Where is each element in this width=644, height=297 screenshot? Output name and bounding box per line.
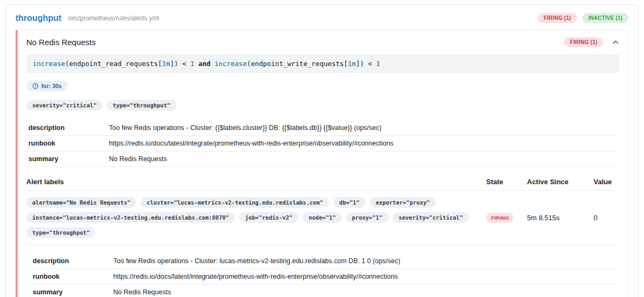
rule-annotations-table: descriptionToo few Redis operations - Cl… [26,120,619,167]
expression-token: ]) [170,60,178,68]
annotation-row: summaryNo Redis Requests [31,285,619,297]
annotation-row: descriptionToo few Redis operations - Cl… [31,253,619,269]
label-chip: db="1" [333,197,365,208]
rules-alerts-page: throughput /etc/prometheus/rules/alerts.… [5,4,639,297]
annotation-key: description [26,120,107,136]
annotation-value: Too few Redis operations - Cluster: luca… [111,253,619,269]
label-chip: severity="critical" [26,100,103,111]
annotation-row: runbookhttps://redis.io/docs/latest/inte… [31,269,619,285]
expression-token: 1 [191,60,195,68]
label-chip: instance="lucas-metrics-v2-testing.edu.r… [26,212,235,223]
alert-card-no-redis-requests: No Redis Requests FIRING (1) increase(en… [16,30,628,297]
group-inactive-count-badge: INACTIVE (1) [582,13,628,23]
group-firing-count-badge: FIRING (1) [538,13,577,23]
annotation-key: description [31,253,111,269]
alert-name: No Redis Requests [26,38,96,47]
alert-expression[interactable]: increase(endpoint_read_requests[1m]) < 1… [26,54,619,73]
alert-instance-labels: alertname="No Redis Requests"cluster="lu… [26,197,479,238]
expression-token: 1m [348,60,356,68]
annotation-row: summaryNo Redis Requests [26,151,619,167]
alert-labels-title: Alert labels [26,178,479,186]
alert-card-body: increase(endpoint_read_requests[1m]) < 1… [18,54,628,297]
rule-labels: severity="critical"type="throughput" [26,100,619,111]
annotation-key: summary [31,285,111,297]
rule-group-name-link[interactable]: throughput [16,13,61,23]
label-chip: type="throughput" [26,227,96,238]
chevron-up-icon[interactable] [612,39,619,46]
rule-group-file-path: /etc/prometheus/rules/alerts.yml [68,15,159,22]
alert-instance-row: alertname="No Redis Requests"cluster="lu… [26,191,619,245]
alert-labels-header-row: Alert labels State Active Since Value [26,178,619,191]
instance-value: 0 [594,214,619,222]
label-chip: type="throughput" [107,100,176,111]
column-header-active-since: Active Since [527,178,586,186]
annotation-key: summary [26,151,107,167]
label-chip: exporter="proxy" [370,197,436,208]
rule-group-header: throughput /etc/prometheus/rules/alerts.… [6,5,638,30]
label-chip: node="1" [303,212,342,223]
instance-active-since: 5m 8.515s [527,214,586,222]
annotation-value: https://redis.io/docs/latest/integrate/p… [107,136,619,151]
label-chip: severity="critical" [393,212,469,223]
for-duration-badge: for: 30s [26,81,68,91]
clock-icon [32,83,39,89]
expression-token: (endpoint_write_requests[ [247,60,348,68]
instance-annotations-table: descriptionToo few Redis operations - Cl… [31,253,619,297]
column-header-state: State [486,178,519,186]
expression-token: 1m [162,60,170,68]
expression-token: increase [33,60,65,68]
expression-token: (endpoint_read_requests[ [65,60,162,68]
label-chip: cluster="lucas-metrics-v2-testing.edu.re… [141,197,329,208]
annotation-value: No Redis Requests [111,285,619,297]
annotation-key: runbook [31,269,111,285]
alert-card-header[interactable]: No Redis Requests FIRING (1) [18,30,628,54]
for-duration-label: for: 30s [41,83,62,89]
annotation-value: https://redis.io/docs/latest/integrate/p… [111,269,619,285]
label-chip: alertname="No Redis Requests" [26,197,136,208]
annotation-value: Too few Redis operations - Cluster: {{$l… [107,120,619,136]
annotation-key: runbook [26,136,107,151]
expression-token: and [194,60,215,68]
label-chip: job="redis-v2" [239,212,299,223]
expression-token: increase [215,60,247,68]
annotation-row: runbookhttps://redis.io/docs/latest/inte… [26,136,619,151]
label-chip: proxy="1" [346,212,389,223]
instance-state-badge: FIRING [486,213,514,223]
expression-token: 1 [376,60,380,68]
group-state-badges: FIRING (1) INACTIVE (1) [538,13,628,23]
column-header-value: Value [594,178,619,186]
alert-firing-badge: FIRING (1) [564,37,603,47]
annotation-value: No Redis Requests [107,151,619,167]
annotation-row: descriptionToo few Redis operations - Cl… [26,120,619,136]
expression-token: < [178,60,191,68]
expression-token: < [364,60,376,68]
expression-token: ]) [356,60,364,68]
